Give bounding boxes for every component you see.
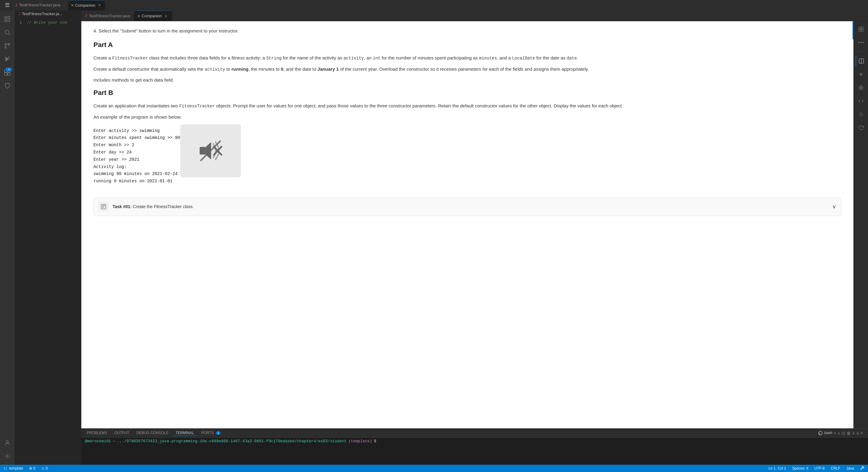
task-card-chevron[interactable]: ∨ [832,203,836,210]
status-encoding[interactable]: UTF-8 [813,466,826,470]
terminal-tab-terminal[interactable]: TERMINAL [173,430,197,436]
svg-point-4 [5,30,9,34]
svg-rect-29 [861,27,863,29]
terminal-actions: $ bash + ∨ ⊡ 🗑 ∧ ∨ × [816,431,866,436]
svg-point-39 [860,87,862,89]
status-language[interactable]: Java [845,466,855,470]
activity-bar-account[interactable] [1,437,13,449]
task-card-text: Task #01: Create the FitnessTracker clas… [113,204,828,209]
terminal-dropdown-btn[interactable]: ∨ [838,431,840,435]
title-tab-companion[interactable]: ≡ Companion × [68,0,105,10]
editor-tab-companion-close[interactable]: × [163,14,168,19]
menu-icon[interactable]: ☰ [2,2,12,8]
svg-text:$: $ [819,432,820,434]
activity-bar-extensions[interactable] [1,66,13,78]
right-sidebar-paint[interactable] [856,82,866,93]
example-code: Enter activity >> swimming Enter minutes… [93,124,180,188]
task-card[interactable]: Task #01: Create the FitnessTracker clas… [93,197,841,216]
terminal-shell-label: $ bash [818,431,832,435]
svg-rect-14 [8,70,10,72]
activity-bar-search[interactable] [1,26,13,38]
svg-rect-20 [199,147,206,154]
terminal-close-btn[interactable]: × [860,431,863,436]
svg-rect-1 [8,17,10,19]
java-file-icon: J [15,3,17,7]
sidebar-file-java[interactable]: J TestFitnessTracker.ja... [14,11,81,17]
sidebar: J TestFitnessTracker.ja... 1 // Write yo… [14,11,81,465]
svg-rect-16 [8,73,10,75]
line-numbers: 1 // Write your cod [14,17,81,28]
terminal-arrow: → [113,439,115,443]
terminal-collapse-btn[interactable]: ∧ [852,431,855,436]
svg-line-51 [859,116,860,116]
part-b-para2: An example of the program is shown below… [93,114,841,121]
svg-rect-3 [8,20,10,22]
title-tab-java-label: TestFitnessTracker.java [19,3,60,7]
status-spaces[interactable]: Spaces: 4 [791,466,809,470]
terminal-user: @mbrockmi01 [85,439,111,443]
title-tab-group: J TestFitnessTracker.java ··· ≡ Companio… [12,0,105,10]
right-sidebar-lightning[interactable] [856,69,866,80]
status-git-branch[interactable]: template [2,466,24,470]
svg-point-18 [6,441,8,443]
terminal-tabs: PROBLEMS OUTPUT DEBUG CONSOLE TERMINAL P… [81,429,868,438]
svg-line-5 [8,34,10,35]
editor-panels: 4. Select the "Submit" button to turn in… [81,21,868,428]
editor-tab-java[interactable]: J TestFitnessTracker.java [81,11,134,21]
terminal-delete-btn[interactable]: 🗑 [846,431,851,436]
terminal-tab-problems[interactable]: PROBLEMS [84,430,110,436]
status-wrench[interactable] [859,466,866,471]
terminal-tab-debug[interactable]: DEBUG CONSOLE [133,430,172,436]
terminal-content: @mbrockmi01 → .../9780357673423_java-pro… [81,438,868,465]
muted-overlay [180,124,241,178]
task-card-icon [99,202,108,212]
right-sidebar [854,21,868,428]
line-number-1: 1 [14,20,27,25]
status-line-ending[interactable]: CRLF [830,466,841,470]
right-sidebar-refresh[interactable] [856,122,866,133]
terminal-tab-ports[interactable]: PORTS 1 [198,430,224,436]
muted-icon [197,137,224,164]
activity-bar-settings[interactable] [1,450,13,462]
companion-tab-icon: ≡ [71,3,73,7]
status-errors[interactable]: ⊗ 0 [28,466,36,470]
terminal-add-btn[interactable]: + [833,431,836,436]
part-a-heading: Part A [93,39,841,50]
activity-bar-explorer[interactable] [1,13,13,25]
right-sidebar-editor-layout[interactable] [856,56,866,66]
terminal-branch: (template) [348,439,372,443]
svg-point-32 [858,42,860,43]
status-ln-col[interactable]: Ln 1, Col 1 [767,466,787,470]
terminal-tab-output[interactable]: OUTPUT [111,430,132,436]
editor-tab-companion[interactable]: ≡ Companion × [134,11,173,21]
svg-point-44 [860,113,862,116]
right-sidebar-code[interactable] [856,96,866,106]
terminal-split-btn[interactable]: ⊡ [842,431,845,436]
title-tab-java[interactable]: J TestFitnessTracker.java ··· [12,0,68,10]
companion-panel[interactable]: 4. Select the "Submit" button to turn in… [81,21,854,428]
status-bar-right: Ln 1, Col 1 Spaces: 4 UTF-8 CRLF Java [767,466,866,471]
title-tab-companion-close[interactable]: × [97,3,102,8]
right-sidebar-more[interactable] [856,37,866,48]
code-block: Enter activity >> swimming Enter minutes… [93,127,180,185]
companion-content: 4. Select the "Submit" button to turn in… [81,21,854,194]
terminal-path: .../9780357673423_java-programming-10e-c… [117,439,347,443]
svg-point-19 [6,455,8,457]
part-b-heading: Part B [93,87,841,98]
activity-bar-source-control[interactable] [1,40,13,52]
editor-tab-companion-label: Companion [142,14,162,18]
activity-bar-run[interactable] [1,53,13,65]
right-sidebar-sun[interactable] [856,109,866,120]
terminal-expand-btn[interactable]: ∨ [856,431,859,436]
activity-bar-testing[interactable] [1,80,13,92]
svg-marker-37 [859,72,863,77]
svg-line-47 [859,113,860,113]
editor-tabs: J TestFitnessTracker.java ≡ Companion × [81,11,868,21]
intro-text: 4. Select the "Submit" button to turn in… [93,27,841,35]
title-tab-java-more[interactable]: ··· [62,3,65,7]
status-warnings[interactable]: ⚠ 0 [40,466,49,470]
right-sidebar-layout[interactable] [856,24,866,35]
part-a-para1: Create a FitnessTracker class that inclu… [93,54,841,62]
status-bar: template ⊗ 0 ⚠ 0 Ln 1, Col 1 Spaces: 4 U… [0,465,868,472]
title-bar: ☰ J TestFitnessTracker.java ··· ≡ Compan… [0,0,868,11]
